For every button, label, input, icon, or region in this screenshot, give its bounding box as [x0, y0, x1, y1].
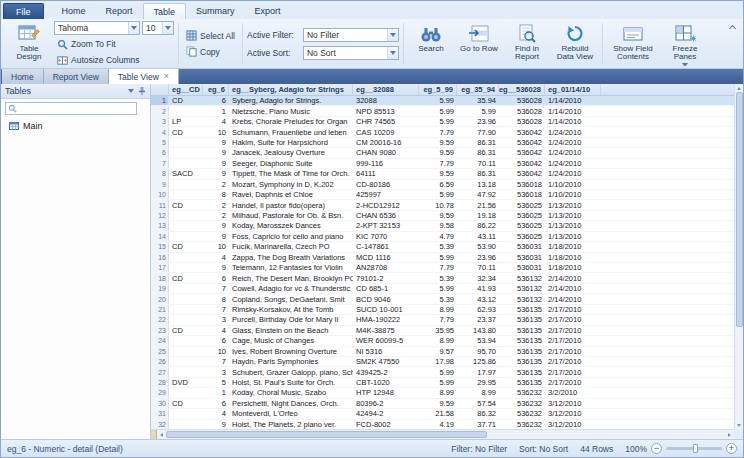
table-row[interactable]: 21Nietzsche, Piano MusicNPD 855135.995.9…	[151, 106, 734, 116]
table-cell[interactable]: 9	[203, 148, 229, 157]
table-cell[interactable]: 536025	[499, 211, 545, 220]
table-row[interactable]: 246Cage, Music of ChangesWER 60099-58.99…	[151, 336, 734, 346]
table-cell[interactable]: 1/14/2010	[545, 117, 601, 126]
table-cell[interactable]: 1	[203, 106, 229, 115]
table-cell[interactable]: CD	[169, 399, 203, 408]
table-cell[interactable]: SACD	[169, 169, 203, 178]
table-cell[interactable]: 57.54	[457, 399, 499, 408]
row-number[interactable]: 25	[151, 347, 169, 356]
table-row[interactable]: 273Schubert, Grazer Galopp, piano, Sch43…	[151, 367, 734, 377]
table-cell[interactable]	[169, 253, 203, 262]
sidebar-item-main[interactable]: Main	[1, 120, 150, 132]
table-row[interactable]: 30CD6Persichetti, Night Dances, Orch.803…	[151, 399, 734, 409]
table-cell[interactable]: 536025	[499, 200, 545, 209]
row-number[interactable]: 10	[151, 190, 169, 199]
table-cell[interactable]: 9	[203, 159, 229, 168]
table-cell[interactable]: BCD 9046	[353, 294, 419, 303]
table-cell[interactable]: 5.99	[419, 117, 457, 126]
table-cell[interactable]: 9	[203, 232, 229, 241]
status-filter[interactable]: Filter: No Filter	[451, 444, 507, 454]
zoom-in-button[interactable]: +	[726, 443, 737, 454]
table-cell[interactable]: 2/17/2010	[545, 378, 601, 387]
ribbon-tab-summary[interactable]: Summary	[186, 3, 245, 19]
copy-button[interactable]: Copy	[183, 45, 238, 58]
table-cell[interactable]: 7.79	[419, 127, 457, 136]
table-cell[interactable]: 2	[203, 200, 229, 209]
table-cell[interactable]: 5.39	[419, 294, 457, 303]
table-cell[interactable]: 5	[203, 378, 229, 387]
table-cell[interactable]: 536031	[499, 242, 545, 251]
column-header[interactable]: eg_01/14/10	[545, 84, 601, 95]
table-design-button[interactable]: Table Design	[6, 21, 52, 67]
table-cell[interactable]: 47.92	[457, 190, 499, 199]
find-in-report-button[interactable]: Find in Report	[504, 21, 550, 67]
table-cell[interactable]: 2/17/2010	[545, 367, 601, 376]
table-cell[interactable]: 3	[203, 315, 229, 324]
view-tab-table-view[interactable]: Table View×	[109, 69, 179, 84]
table-cell[interactable]: 19.18	[457, 211, 499, 220]
table-cell[interactable]: Hakim, Suite for Harpsichord	[229, 138, 353, 147]
table-cell[interactable]: 143.80	[457, 326, 499, 335]
table-cell[interactable]: 5.99	[419, 96, 457, 105]
table-cell[interactable]: Handel, Il pastor fido(opera)	[229, 200, 353, 209]
sidebar-search-input[interactable]	[19, 104, 134, 113]
table-row[interactable]: 329Holst, The Planets, 2 piano ver.FCD-8…	[151, 420, 734, 429]
table-cell[interactable]: 86.22	[457, 221, 499, 230]
table-cell[interactable]: 5.99	[419, 367, 457, 376]
table-cell[interactable]: 1/10/2010	[545, 190, 601, 199]
table-cell[interactable]: Syberg, Adagio for Strings.	[229, 96, 353, 105]
row-number[interactable]: 6	[151, 148, 169, 157]
table-cell[interactable]: 21.56	[457, 200, 499, 209]
row-number[interactable]: 31	[151, 409, 169, 418]
table-cell[interactable]: 8	[203, 190, 229, 199]
column-header[interactable]: eg__Syberg, Adagio for Strings	[229, 84, 353, 95]
row-number[interactable]: 21	[151, 305, 169, 314]
table-row[interactable]: 3LP4Krebs, Chorale Preludes for OrganCHR…	[151, 117, 734, 127]
table-cell[interactable]	[169, 357, 203, 366]
table-cell[interactable]: 43.11	[457, 232, 499, 241]
table-cell[interactable]: 536135	[499, 315, 545, 324]
table-cell[interactable]: 2/17/2010	[545, 347, 601, 356]
table-cell[interactable]: Mozart, Symphony in D, K.202	[229, 180, 353, 189]
row-number[interactable]: 8	[151, 169, 169, 178]
table-cell[interactable]: 10	[203, 127, 229, 136]
table-cell[interactable]: 80396-2	[353, 399, 419, 408]
scroll-down-arrow[interactable]	[735, 421, 744, 429]
table-cell[interactable]: 1	[203, 388, 229, 397]
table-cell[interactable]	[169, 159, 203, 168]
table-cell[interactable]	[169, 221, 203, 230]
table-cell[interactable]: 1/18/2010	[545, 263, 601, 272]
table-row[interactable]: 108Ravel, Daphnis et Chloe4259975.9947.9…	[151, 190, 734, 200]
table-cell[interactable]: 13.18	[457, 180, 499, 189]
table-cell[interactable]: FCD-8002	[353, 420, 419, 429]
ribbon-tab-export[interactable]: Export	[245, 3, 291, 19]
table-cell[interactable]: 2/17/2010	[545, 315, 601, 324]
zoom-out-button[interactable]: −	[651, 443, 662, 454]
row-number[interactable]: 9	[151, 180, 169, 189]
table-cell[interactable]: 536042	[499, 138, 545, 147]
status-sort[interactable]: Sort: No Sort	[519, 444, 568, 454]
table-cell[interactable]: 536028	[499, 106, 545, 115]
table-cell[interactable]: 1/14/2010	[545, 96, 601, 105]
table-cell[interactable]: Reich, The Desert Man, Brooklyn PO	[229, 273, 353, 282]
table-cell[interactable]: 5.99	[419, 190, 457, 199]
table-cell[interactable]: Telemann, 12 Fantasies for Violin	[229, 263, 353, 272]
row-number[interactable]: 27	[151, 367, 169, 376]
font-family-combo[interactable]: Tahoma	[54, 21, 140, 35]
table-cell[interactable]	[169, 106, 203, 115]
table-cell[interactable]: Nietzsche, Piano Music	[229, 106, 353, 115]
table-cell[interactable]: 536025	[499, 221, 545, 230]
table-cell[interactable]: CD	[169, 273, 203, 282]
scroll-left-arrow[interactable]	[157, 430, 166, 439]
table-cell[interactable]: 9.59	[419, 169, 457, 178]
table-cell[interactable]: 9	[203, 169, 229, 178]
table-cell[interactable]: 42494-2	[353, 409, 419, 418]
table-row[interactable]: 15CD10Fucik, Marinarella, Czech POC-1478…	[151, 242, 734, 252]
table-cell[interactable]	[169, 294, 203, 303]
table-cell[interactable]: CHR 74565	[353, 117, 419, 126]
close-icon[interactable]: ×	[164, 72, 169, 81]
table-cell[interactable]: CM 20016-16	[353, 138, 419, 147]
table-cell[interactable]: 23.96	[457, 117, 499, 126]
table-cell[interactable]: 6	[203, 399, 229, 408]
table-cell[interactable]: 64111	[353, 169, 419, 178]
